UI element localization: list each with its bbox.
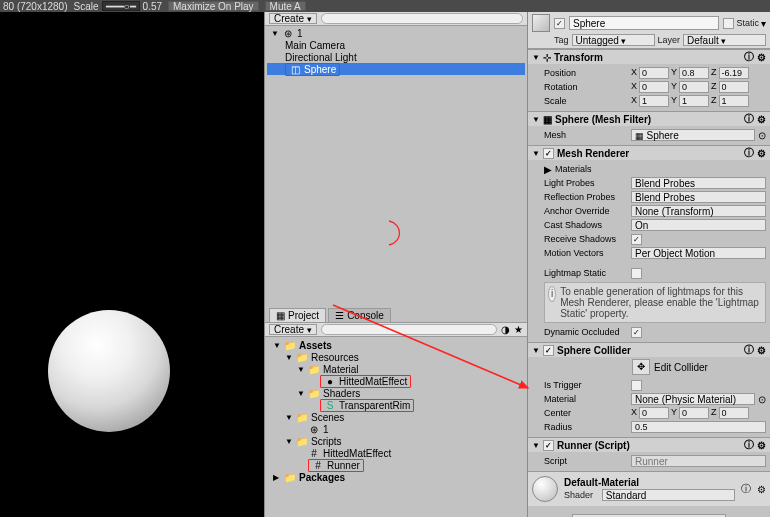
radius-input[interactable] — [631, 421, 766, 433]
center-z-input[interactable] — [719, 407, 749, 419]
scale-x-input[interactable] — [639, 95, 669, 107]
center-y-input[interactable] — [679, 407, 709, 419]
help-icon[interactable]: ⓘ — [744, 146, 754, 160]
gear-icon[interactable]: ⚙ — [757, 484, 766, 495]
project-icon: ▦ — [276, 310, 285, 321]
folder-shaders[interactable]: ▼📁Shaders — [269, 387, 523, 399]
layer-dropdown[interactable]: Default ▾ — [683, 34, 766, 46]
folder-assets[interactable]: ▼📁Assets — [269, 339, 523, 351]
tag-dropdown[interactable]: Untagged ▾ — [572, 34, 655, 46]
folder-packages[interactable]: ▶📁Packages — [269, 471, 523, 483]
cast-shadows-dropdown[interactable]: On — [631, 219, 766, 231]
help-icon[interactable]: ⓘ — [744, 343, 754, 357]
script-runner[interactable]: #Runner — [269, 459, 523, 471]
folder-scenes[interactable]: ▼📁Scenes — [269, 411, 523, 423]
gear-icon[interactable]: ⚙ — [757, 440, 766, 451]
folder-icon: 📁 — [308, 388, 320, 399]
project-tabs: ▦Project ☰Console — [265, 309, 527, 323]
folder-material[interactable]: ▼📁Material — [269, 363, 523, 375]
edit-collider-button[interactable]: ✥ — [632, 359, 650, 375]
dynamic-occluded-checkbox[interactable]: ✓ — [631, 327, 642, 338]
enable-checkbox[interactable]: ✓ — [543, 440, 554, 451]
static-checkbox[interactable] — [723, 18, 734, 29]
pos-z-input[interactable] — [719, 67, 749, 79]
gameobject-name-input[interactable] — [569, 16, 719, 30]
folder-resources[interactable]: ▼📁Resources — [269, 351, 523, 363]
lightmap-info: iTo enable generation of lightmaps for t… — [544, 282, 766, 323]
mesh-renderer-header[interactable]: ▼✓ Mesh Renderer ⓘ⚙ — [528, 146, 770, 160]
inspector-panel: ✓ Static ▾ Tag Untagged ▾ Layer Default … — [527, 12, 770, 517]
unity-icon: ⊛ — [282, 28, 294, 39]
material-hittedmat[interactable]: ●HittedMatEffect — [269, 375, 523, 387]
hierarchy-search-input[interactable] — [321, 13, 523, 24]
tag-label: Tag — [554, 35, 569, 45]
mesh-field[interactable]: ▦ Sphere — [631, 129, 755, 141]
project-search-input[interactable] — [321, 324, 497, 335]
folder-icon: 📁 — [296, 352, 308, 363]
search-filter-icon[interactable]: ◑ — [501, 324, 510, 335]
scene-file[interactable]: ⊛1 — [269, 423, 523, 435]
scale-z-input[interactable] — [719, 95, 749, 107]
lightmap-static-checkbox[interactable] — [631, 268, 642, 279]
motion-vectors-dropdown[interactable]: Per Object Motion — [631, 247, 766, 259]
physic-material-field[interactable]: None (Physic Material) — [631, 393, 755, 405]
gear-icon[interactable]: ⚙ — [757, 114, 766, 125]
transform-header[interactable]: ▼⊹ Transform ⓘ⚙ — [528, 50, 770, 64]
is-trigger-checkbox[interactable] — [631, 380, 642, 391]
receive-shadows-checkbox[interactable]: ✓ — [631, 234, 642, 245]
help-icon[interactable]: ⓘ — [744, 438, 754, 452]
tab-project[interactable]: ▦Project — [269, 308, 326, 322]
help-icon[interactable]: ⓘ — [744, 50, 754, 64]
folder-scripts[interactable]: ▼📁Scripts — [269, 435, 523, 447]
shader-transparentrim[interactable]: STransparentRim — [269, 399, 523, 411]
anchor-field[interactable]: None (Transform) — [631, 205, 766, 217]
gear-icon[interactable]: ⚙ — [757, 148, 766, 159]
shader-dropdown[interactable]: Standard — [602, 489, 735, 501]
hierarchy-item-sphere[interactable]: ◫ Sphere — [267, 63, 525, 75]
inspector-header: ✓ Static ▾ Tag Untagged ▾ Layer Default … — [528, 12, 770, 49]
rendered-sphere — [48, 310, 170, 432]
script-hittedmat[interactable]: #HittedMatEffect — [269, 447, 523, 459]
hierarchy-item-camera[interactable]: Main Camera — [267, 39, 525, 51]
enable-checkbox[interactable]: ✓ — [543, 345, 554, 356]
maximize-on-play-toggle[interactable]: Maximize On Play — [168, 1, 259, 11]
search-type-icon[interactable]: ★ — [514, 324, 523, 335]
enable-checkbox[interactable]: ✓ — [543, 148, 554, 159]
caret-icon: ▼ — [271, 29, 279, 38]
folder-icon: 📁 — [296, 436, 308, 447]
csharp-icon: # — [308, 448, 320, 459]
object-picker-icon[interactable]: ⊙ — [758, 130, 766, 141]
project-create-button[interactable]: Create ▾ — [269, 324, 317, 335]
gameobject-icon[interactable] — [532, 14, 550, 32]
pos-x-input[interactable] — [639, 67, 669, 79]
rot-z-input[interactable] — [719, 81, 749, 93]
reflection-probes-dropdown[interactable]: Blend Probes — [631, 191, 766, 203]
center-x-input[interactable] — [639, 407, 669, 419]
mute-audio-toggle[interactable]: Mute A — [265, 1, 306, 11]
rot-y-input[interactable] — [679, 81, 709, 93]
scene-row[interactable]: ▼ ⊛ 1 — [267, 27, 525, 39]
object-picker-icon[interactable]: ⊙ — [758, 394, 766, 405]
pos-y-input[interactable] — [679, 67, 709, 79]
shader-icon: S — [324, 400, 336, 411]
scale-slider[interactable]: ━━━○━ — [102, 1, 140, 11]
scale-y-input[interactable] — [679, 95, 709, 107]
material-icon: ● — [324, 376, 336, 387]
rot-x-input[interactable] — [639, 81, 669, 93]
mesh-icon: ▦ — [543, 114, 552, 125]
runner-script-header[interactable]: ▼✓ Runner (Script) ⓘ⚙ — [528, 438, 770, 452]
sphere-collider-header[interactable]: ▼✓ Sphere Collider ⓘ⚙ — [528, 343, 770, 357]
project-toolbar: Create ▾ ◑ ★ — [265, 323, 527, 337]
gear-icon[interactable]: ⚙ — [757, 52, 766, 63]
active-checkbox[interactable]: ✓ — [554, 18, 565, 29]
mesh-filter-header[interactable]: ▼▦ Sphere (Mesh Filter) ⓘ⚙ — [528, 112, 770, 126]
game-viewport[interactable] — [0, 12, 264, 517]
hierarchy-item-light[interactable]: Directional Light — [267, 51, 525, 63]
material-preview[interactable]: Default-Material Shader Standard ⓘ⚙ — [528, 471, 770, 506]
hierarchy-create-button[interactable]: Create ▾ — [269, 13, 317, 24]
gear-icon[interactable]: ⚙ — [757, 345, 766, 356]
help-icon[interactable]: ⓘ — [741, 482, 751, 496]
help-icon[interactable]: ⓘ — [744, 112, 754, 126]
tab-console[interactable]: ☰Console — [328, 308, 391, 322]
light-probes-dropdown[interactable]: Blend Probes — [631, 177, 766, 189]
